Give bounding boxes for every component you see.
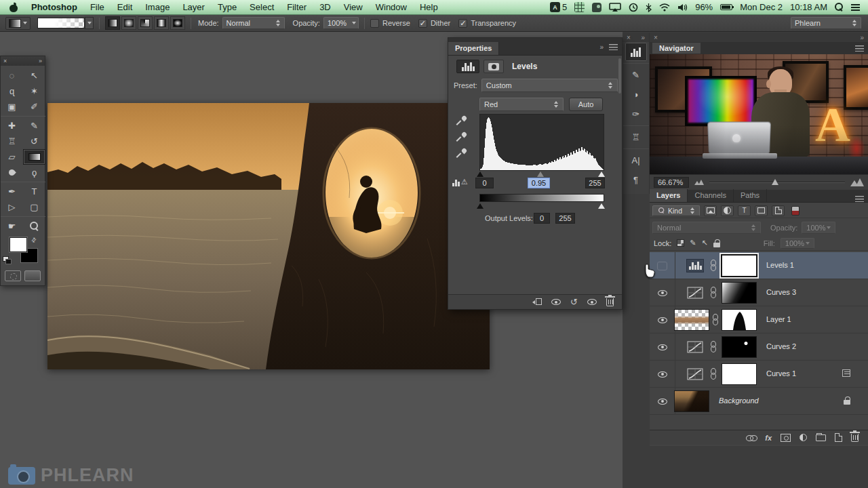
visibility-toggle[interactable] (650, 333, 675, 361)
shadow-input-slider[interactable] (477, 171, 484, 177)
close-icon[interactable]: × (627, 34, 631, 41)
visibility-toggle[interactable] (650, 361, 675, 388)
layer-thumbnail[interactable] (674, 309, 709, 331)
tool-preset-picker[interactable] (5, 17, 31, 30)
history-brush-tool[interactable]: ↺ (23, 134, 45, 149)
app-menu[interactable]: Photoshop (31, 2, 77, 12)
menu-select[interactable]: Select (250, 2, 274, 12)
workspace-select[interactable]: Phlearn (791, 17, 861, 29)
screen-mode-button[interactable] (24, 270, 41, 281)
swap-colors-icon[interactable]: ⇄ (30, 236, 38, 244)
filter-type-layers-icon[interactable]: T (738, 205, 751, 216)
mask-link-icon[interactable] (711, 341, 716, 352)
zoom-in-icon[interactable] (850, 178, 864, 186)
menu-view[interactable]: View (344, 2, 363, 12)
filter-shape-layers-icon[interactable] (755, 205, 768, 216)
panel-scrollbar[interactable] (618, 58, 621, 94)
zoom-percent-field[interactable]: 66.67% (654, 177, 689, 188)
delete-icon[interactable] (606, 298, 614, 306)
midtone-input-value[interactable]: 0.95 (528, 178, 550, 188)
clone-stamp-tool[interactable]: ♖ (1, 134, 23, 149)
curves-adjustment-thumbnail[interactable] (686, 340, 704, 354)
close-icon[interactable]: × (654, 34, 658, 41)
new-group-icon[interactable] (816, 434, 826, 441)
menubar-time[interactable]: 10:18 AM (790, 2, 827, 12)
levels-adjustment-thumbnail[interactable] (686, 259, 704, 272)
lasso-tool[interactable]: ɋ (1, 83, 23, 99)
layer-name[interactable]: Levels 1 (766, 261, 794, 269)
angle-gradient-button[interactable] (138, 16, 153, 30)
dodge-tool[interactable]: ϙ (23, 165, 45, 180)
layer-opacity-select[interactable]: 100% (802, 222, 835, 234)
output-black-slider[interactable] (477, 203, 484, 209)
filter-kind-select[interactable]: Kind (652, 205, 700, 216)
layer-row-layer-1[interactable]: Layer 1 (650, 306, 868, 333)
zoom-out-icon[interactable] (694, 180, 704, 185)
linear-gradient-button[interactable] (105, 16, 120, 30)
gradient-picker-button[interactable] (85, 17, 94, 29)
adjustments-panel-icon[interactable]: ◑ (625, 85, 647, 104)
visibility-icon[interactable] (587, 299, 597, 305)
adobe-app-icon[interactable]: A5 (550, 2, 567, 12)
blur-tool[interactable] (1, 165, 23, 180)
layer-mask-thumbnail[interactable] (722, 309, 757, 331)
menubar-date[interactable]: Mon Dec 2 (740, 2, 783, 12)
quick-mask-button[interactable] (5, 270, 21, 281)
evernote-icon[interactable] (592, 3, 601, 12)
tab-layers[interactable]: Layers (650, 189, 688, 202)
transparency-checkbox[interactable]: ✓Transparency (458, 19, 516, 28)
filter-toggle[interactable] (791, 206, 800, 216)
tab-paths[interactable]: Paths (734, 189, 767, 202)
mask-link-icon[interactable] (711, 287, 716, 298)
diamond-gradient-button[interactable] (170, 16, 185, 30)
layer-thumbnail[interactable] (674, 390, 709, 412)
volume-icon[interactable] (677, 3, 688, 12)
add-mask-icon[interactable] (781, 434, 791, 442)
type-tool[interactable]: T (23, 184, 45, 199)
layer-mask-thumbnail[interactable] (722, 282, 757, 304)
visibility-toggle[interactable] (650, 279, 675, 306)
clip-to-layer-icon[interactable] (532, 298, 542, 306)
layer-mask-thumbnail[interactable] (722, 255, 757, 277)
eyedropper-tool[interactable]: ✐ (23, 99, 45, 115)
mask-link-icon[interactable] (711, 368, 716, 380)
layer-name[interactable]: Curves 1 (766, 369, 796, 378)
tab-properties[interactable]: Properties (448, 42, 499, 55)
paragraph-panel-icon[interactable]: ¶ (625, 171, 647, 189)
clone-source-panel-icon[interactable]: ♖ (625, 128, 647, 146)
menu-file[interactable]: File (90, 2, 104, 12)
healing-brush-tool[interactable]: ✚ (1, 118, 23, 134)
move-tool[interactable]: ↖ (23, 68, 45, 83)
mask-properties-icon[interactable] (484, 60, 504, 73)
tab-navigator[interactable]: Navigator (652, 43, 701, 54)
layer-row-curves-2[interactable]: Curves 2 (650, 333, 868, 361)
radial-gradient-button[interactable] (121, 16, 136, 30)
layer-row-levels-1[interactable]: Levels 1 (650, 252, 868, 279)
properties-panel-icon[interactable] (625, 43, 647, 61)
curves-adjustment-thumbnail[interactable] (686, 367, 704, 381)
lock-position-icon[interactable]: ↖ (702, 239, 708, 247)
filter-adjustment-layers-icon[interactable] (721, 205, 734, 216)
reset-icon[interactable]: ↺ (570, 298, 578, 306)
hand-tool[interactable]: ☛ (1, 218, 23, 234)
battery-icon[interactable] (720, 4, 732, 10)
layer-row-curves-1[interactable]: Curves 1 (650, 361, 868, 388)
gradient-preview[interactable] (37, 18, 85, 28)
time-machine-icon[interactable] (629, 3, 638, 12)
bluetooth-icon[interactable] (646, 3, 652, 12)
midtone-input-slider[interactable] (537, 171, 544, 177)
zoom-tool[interactable] (23, 218, 45, 234)
pen-tool[interactable]: ✒ (1, 184, 23, 199)
output-low-value[interactable]: 0 (534, 213, 550, 224)
path-select-tool[interactable]: ▷ (1, 199, 23, 215)
lock-all-icon[interactable] (713, 239, 720, 247)
link-layers-icon[interactable] (746, 435, 756, 441)
mask-link-icon[interactable] (711, 260, 716, 271)
spotlight-icon[interactable] (835, 3, 844, 12)
preset-select[interactable]: Custom (481, 79, 618, 92)
channel-select[interactable]: Red (479, 98, 564, 111)
expand-icon[interactable]: » (641, 34, 645, 41)
collapse-icon[interactable]: » (39, 58, 42, 64)
layer-row-curves-3[interactable]: Curves 3 (650, 279, 868, 306)
menu-edit[interactable]: Edit (117, 2, 132, 12)
